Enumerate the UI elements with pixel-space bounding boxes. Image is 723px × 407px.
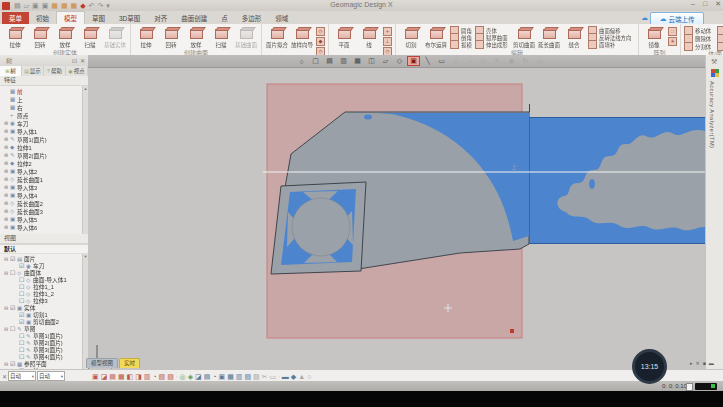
ribbon-small-button[interactable]: 替换面	[717, 43, 723, 50]
display-tool-icon[interactable]: ▧	[159, 373, 166, 380]
ribbon-tab[interactable]: 领域	[268, 12, 295, 24]
ribbon-button[interactable]: 镜像	[642, 25, 666, 49]
ribbon-small-button[interactable]: 删除面	[717, 35, 723, 42]
view-tab[interactable]: 模型视图	[86, 358, 118, 368]
ribbon-button[interactable]: 切割	[399, 25, 423, 49]
view-tab[interactable]: 实时	[119, 358, 140, 368]
display-tool-icon[interactable]: ▦	[118, 373, 125, 380]
viewport-tool-icon[interactable]: ◇	[477, 56, 490, 66]
ribbon-tab[interactable]: 多边形	[235, 12, 269, 24]
panel-tab[interactable]: ⊞树	[0, 66, 22, 76]
tree-item[interactable]: ▦ 右	[0, 103, 88, 111]
display-tool-icon[interactable]: ▬	[282, 373, 289, 380]
recorder-pause-box[interactable]	[686, 383, 693, 391]
panel-tab[interactable]: ▤显示	[22, 66, 44, 76]
visibility-checkbox[interactable]: ☐	[19, 283, 26, 290]
ribbon-tab[interactable]: 菜单	[2, 12, 29, 24]
ribbon-tab[interactable]: 对齐	[147, 12, 174, 24]
display-tool-icon[interactable]: ▥	[236, 373, 243, 380]
visibility-checkbox[interactable]: ☑	[10, 360, 17, 367]
viewport-tool-icon[interactable]: ▭	[435, 56, 448, 66]
ref-small-icon[interactable]: ⊥	[383, 37, 392, 46]
display-tool-icon[interactable]: ◪	[101, 373, 108, 380]
viewport-tool-icon[interactable]: ╲	[421, 56, 434, 66]
ribbon-tab[interactable]: 初始	[29, 12, 56, 24]
viewport-tool-icon[interactable]: ▢	[309, 56, 322, 66]
minimize-icon[interactable]: –	[691, 0, 695, 8]
recorder-control-icon[interactable]: ▬	[709, 360, 714, 366]
display-tool-icon[interactable]: ▥	[144, 373, 151, 380]
wizard-small-icon[interactable]: ◆	[316, 37, 325, 46]
viewport-tool-icon[interactable]: ○	[449, 56, 462, 66]
display-tool-icon[interactable]: ✂	[262, 373, 268, 380]
viewport-tool-icon[interactable]: ▥	[337, 56, 350, 66]
ribbon-tab[interactable]: 曲面创建	[174, 12, 214, 24]
display-tool-icon[interactable]: ▤	[109, 373, 116, 380]
ribbon-button[interactable]: 剪切曲面	[512, 25, 536, 49]
close-icon[interactable]: ✕	[715, 0, 721, 8]
tree-item[interactable]: + 原点	[0, 111, 88, 119]
ribbon-tab[interactable]: 3D草图	[112, 12, 147, 24]
display-tool-icon[interactable]: ◎	[180, 373, 186, 380]
section-header-view[interactable]: 视图	[0, 234, 88, 244]
tree-item[interactable]: ⊞ ◇ 延长曲面1	[0, 175, 88, 183]
tree-item[interactable]: ⊞ ▣ 导入体6	[0, 223, 88, 231]
display-tool-icon[interactable]: ·	[278, 374, 280, 379]
ribbon-button[interactable]: 放样向导	[290, 25, 314, 49]
tree-item[interactable]: ▦ 前	[0, 87, 88, 95]
ribbon-tab[interactable]: 草图	[85, 12, 112, 24]
display-tool-icon[interactable]: ○	[307, 373, 311, 380]
tree-item[interactable]: ⊞ ◇ 延长曲面2	[0, 199, 88, 207]
visibility-checkbox[interactable]: ☑	[19, 311, 26, 318]
tree-item[interactable]: ⊞ ✎ 草图2(面片)	[0, 151, 88, 159]
ribbon-small-button[interactable]: 伸出成形	[475, 41, 510, 48]
visibility-checkbox[interactable]: ☑	[10, 255, 17, 262]
display-tool-icon[interactable]: ◔	[212, 373, 216, 380]
display-tool-icon[interactable]: ◈	[188, 373, 193, 380]
recorder-control-icon[interactable]: ■	[703, 360, 706, 366]
viewport-tool-icon[interactable]: ▤	[323, 56, 336, 66]
ribbon-button[interactable]: 缝合	[562, 25, 586, 49]
display-tool-icon[interactable]: ▨	[167, 373, 174, 380]
ribbon-button[interactable]: 放样	[53, 25, 77, 49]
recorder-control-icon[interactable]: ▸	[690, 360, 693, 366]
ribbon-button[interactable]: 拉伸	[134, 25, 158, 49]
panel-close-icon[interactable]: ✕	[80, 57, 85, 64]
tree-item[interactable]: ⊞ ▣ 导入体2	[0, 167, 88, 175]
visibility-checkbox[interactable]: ☐	[19, 276, 26, 283]
ribbon-button[interactable]: 平面	[332, 25, 356, 49]
tree-item[interactable]: ⊞ ▣ 导入体3	[0, 183, 88, 191]
visibility-checkbox[interactable]: ☑	[10, 304, 17, 311]
tree-item[interactable]: ⊞ ✎ 草图1(面片)	[0, 135, 88, 143]
tree-item[interactable]: ⊞ ◆ 拉伸1	[0, 143, 88, 151]
display-tool-icon[interactable]: ◪	[195, 373, 202, 380]
display-tool-icon[interactable]: ▨	[253, 373, 260, 380]
settings-wrench-icon[interactable]: ⚒	[711, 58, 717, 66]
viewport-tool-icon[interactable]: ✎	[491, 56, 504, 66]
visibility-checkbox[interactable]: ☐	[10, 325, 17, 332]
filter-close-icon[interactable]: ✕	[2, 373, 7, 380]
ribbon-button[interactable]: 布尔运算	[424, 25, 448, 49]
viewport-tool-icon[interactable]: ▱	[379, 56, 392, 66]
display-tool-icon[interactable]: ▦	[227, 373, 234, 380]
filter-combo-1[interactable]: 自动▾	[8, 371, 36, 381]
visibility-checkbox[interactable]: ☐	[19, 346, 26, 353]
viewport-tool-icon[interactable]: ▭	[533, 56, 546, 66]
viewport-tool-icon[interactable]: ▣	[407, 56, 420, 66]
maximize-icon[interactable]: □	[703, 0, 707, 8]
ribbon-small-button[interactable]: 移动体	[684, 27, 713, 34]
viewport-canvas[interactable]: 上	[88, 68, 705, 369]
recorder-control-icon[interactable]: ✕	[696, 360, 700, 366]
filter-combo-2[interactable]: 自动▾	[37, 371, 65, 381]
ribbon-button[interactable]: 面片拟合	[265, 25, 289, 49]
viewport-tool-icon[interactable]: ◔	[463, 56, 476, 66]
ribbon-button[interactable]: 回转	[28, 25, 52, 49]
plane-handle[interactable]	[510, 329, 514, 333]
display-tool-icon[interactable]: ◆	[291, 373, 296, 380]
tree-item[interactable]: ▦ 上	[0, 95, 88, 103]
section-header-features[interactable]: 特征	[0, 76, 88, 86]
ribbon-small-button[interactable]: 移动面	[717, 27, 723, 34]
ribbon-button[interactable]: 基础实体	[103, 25, 127, 49]
visibility-checkbox[interactable]: ☐	[19, 332, 26, 339]
display-tool-icon[interactable]: ▤	[204, 373, 211, 380]
